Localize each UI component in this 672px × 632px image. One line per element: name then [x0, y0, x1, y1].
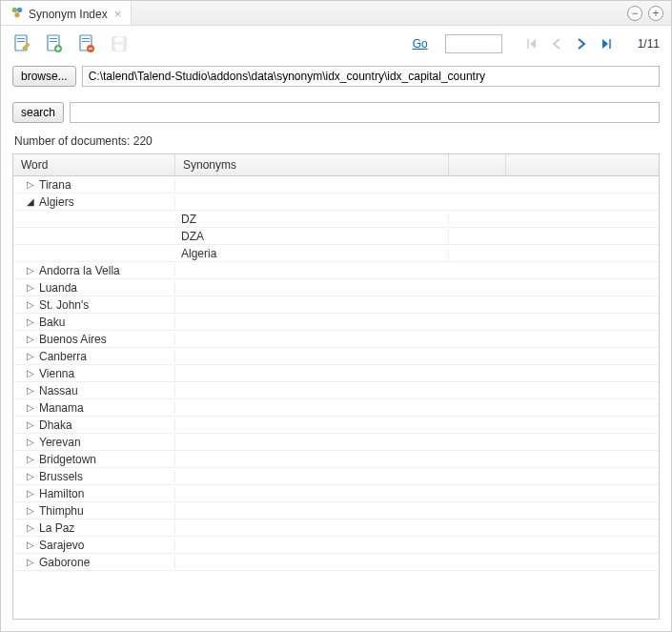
maximize-icon[interactable]: +	[648, 6, 663, 21]
svg-rect-11	[82, 38, 90, 39]
word-cell: St. John's	[39, 298, 89, 312]
table-row[interactable]: ▷Baku	[13, 314, 659, 331]
browse-button[interactable]: browse...	[12, 66, 76, 87]
word-cell: Canberra	[39, 350, 87, 363]
table-row[interactable]: ▷Gaborone	[13, 554, 659, 571]
chevron-right-icon[interactable]: ▷	[27, 179, 36, 190]
prev-page-icon[interactable]	[548, 35, 565, 52]
col-word[interactable]: Word	[13, 154, 175, 175]
svg-rect-12	[82, 41, 90, 42]
go-link[interactable]: Go	[413, 37, 428, 51]
edit-document-icon[interactable]	[12, 33, 31, 54]
chevron-right-icon[interactable]: ▷	[27, 385, 36, 396]
chevron-right-icon[interactable]: ▷	[27, 334, 36, 344]
synonym-cell: DZ	[175, 213, 449, 226]
svg-rect-15	[115, 37, 123, 42]
word-cell: Buenos Aires	[39, 333, 107, 346]
svg-rect-7	[50, 38, 57, 39]
word-cell: Sarajevo	[39, 539, 84, 552]
col-4[interactable]	[506, 154, 659, 175]
path-input[interactable]	[82, 66, 660, 87]
minimize-icon[interactable]: −	[627, 6, 642, 21]
chevron-right-icon[interactable]: ▷	[27, 419, 36, 430]
table-row[interactable]: ▷Tirana	[13, 176, 659, 194]
synonym-cell: DZA	[175, 230, 449, 243]
svg-point-1	[17, 8, 22, 12]
table-row[interactable]: ▷Buenos Aires	[13, 331, 659, 348]
table-row[interactable]: ▷Thimphu	[13, 502, 659, 520]
search-button[interactable]: search	[12, 102, 64, 123]
chevron-right-icon[interactable]: ▷	[27, 557, 36, 567]
chevron-down-icon[interactable]: ◢	[27, 196, 36, 207]
table-row[interactable]: ▷Andorra la Vella	[13, 262, 659, 279]
table-row[interactable]: ▷St. John's	[13, 296, 659, 314]
chevron-right-icon[interactable]: ▷	[27, 540, 36, 550]
docs-count: Number of documents: 220	[1, 127, 671, 153]
tab-icon	[10, 6, 24, 22]
word-cell: Vienna	[39, 367, 74, 380]
word-cell: Hamilton	[39, 487, 84, 500]
chevron-right-icon[interactable]: ▷	[27, 282, 36, 293]
svg-point-0	[12, 8, 17, 12]
chevron-right-icon[interactable]: ▷	[27, 522, 36, 533]
chevron-right-icon[interactable]: ▷	[27, 437, 36, 447]
chevron-right-icon[interactable]: ▷	[27, 471, 36, 481]
table-row[interactable]: DZ	[13, 211, 659, 228]
table-row[interactable]: ▷Nassau	[13, 382, 659, 399]
titlebar: Synonym Index × − +	[1, 1, 671, 26]
svg-point-2	[14, 12, 19, 17]
remove-document-icon[interactable]	[77, 33, 96, 54]
chevron-right-icon[interactable]: ▷	[27, 265, 36, 275]
word-cell: Algiers	[39, 195, 74, 209]
table-row[interactable]: ▷Dhaka	[13, 417, 659, 434]
docs-count-label: Number of documents:	[14, 134, 130, 148]
svg-rect-4	[17, 38, 25, 39]
chevron-right-icon[interactable]: ▷	[27, 299, 36, 310]
page-indicator: 1/11	[638, 37, 660, 51]
table-row[interactable]: DZA	[13, 228, 659, 245]
docs-count-value: 220	[133, 134, 153, 148]
table-row[interactable]: ▷Brussels	[13, 468, 659, 485]
chevron-right-icon[interactable]: ▷	[27, 351, 36, 361]
table-row[interactable]: ▷La Paz	[13, 520, 659, 537]
table-row[interactable]: ▷Hamilton	[13, 485, 659, 502]
svg-rect-16	[115, 45, 123, 51]
table-row[interactable]: ▷Canberra	[13, 348, 659, 365]
word-cell: Dhaka	[39, 418, 72, 432]
tab-synonym-index[interactable]: Synonym Index ×	[1, 1, 132, 25]
close-icon[interactable]: ×	[114, 7, 122, 21]
word-cell: Thimphu	[39, 504, 84, 518]
svg-rect-5	[17, 41, 25, 42]
chevron-right-icon[interactable]: ▷	[27, 402, 36, 413]
word-cell: Manama	[39, 401, 84, 415]
add-document-icon[interactable]	[45, 33, 64, 54]
col-3[interactable]	[449, 154, 506, 175]
chevron-right-icon[interactable]: ▷	[27, 316, 36, 327]
word-cell: Bridgetown	[39, 453, 96, 466]
go-input[interactable]	[445, 34, 502, 53]
last-page-icon[interactable]	[598, 35, 615, 52]
table-row[interactable]: ▷Luanda	[13, 279, 659, 296]
first-page-icon[interactable]	[523, 35, 540, 52]
search-input[interactable]	[70, 102, 660, 123]
table-row[interactable]: ▷Manama	[13, 399, 659, 417]
chevron-right-icon[interactable]: ▷	[27, 454, 36, 464]
chevron-right-icon[interactable]: ▷	[27, 488, 36, 499]
word-cell: Yerevan	[39, 436, 81, 449]
save-icon[interactable]	[110, 33, 129, 54]
next-page-icon[interactable]	[573, 35, 590, 52]
toolbar: Go 1/11	[1, 26, 671, 62]
synonym-table: Word Synonyms ▷Tirana◢AlgiersDZDZAAlgeri…	[12, 153, 660, 620]
chevron-right-icon[interactable]: ▷	[27, 505, 36, 516]
table-row[interactable]: ◢Algiers	[13, 194, 659, 211]
word-cell: Nassau	[39, 384, 78, 398]
chevron-right-icon[interactable]: ▷	[27, 368, 36, 378]
col-synonyms[interactable]: Synonyms	[175, 154, 449, 175]
svg-rect-8	[50, 41, 57, 42]
word-cell: Gaborone	[39, 556, 90, 569]
table-row[interactable]: ▷Yerevan	[13, 434, 659, 451]
table-row[interactable]: ▷Bridgetown	[13, 451, 659, 468]
table-row[interactable]: ▷Vienna	[13, 365, 659, 382]
table-row[interactable]: ▷Sarajevo	[13, 537, 659, 554]
table-row[interactable]: Algeria	[13, 245, 659, 262]
